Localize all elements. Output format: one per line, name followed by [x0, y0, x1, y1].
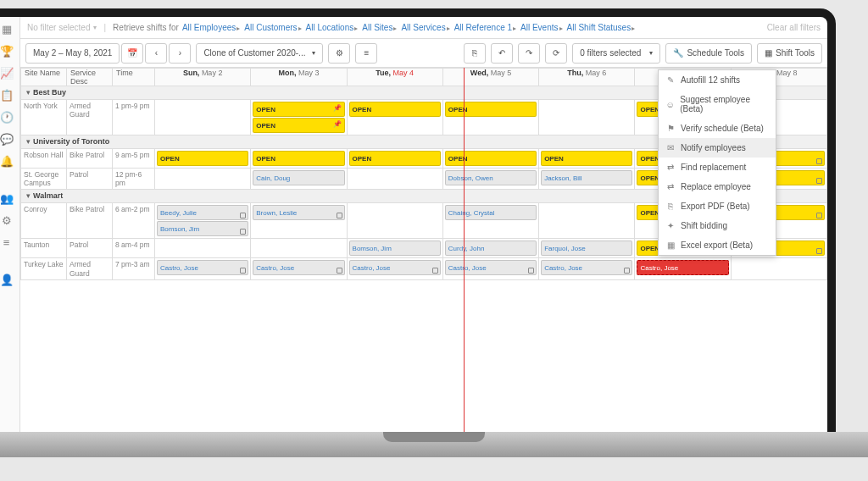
day-cell[interactable]: OPEN [347, 100, 442, 135]
shift-tools-button[interactable]: ▦Shift Tools [757, 43, 822, 64]
prev-week[interactable]: ‹ [145, 43, 167, 64]
menu-item[interactable]: ✦Shift bidding [659, 216, 776, 235]
day-cell[interactable]: Beedy, JulieBomson, Jim [155, 203, 251, 239]
day-cell[interactable]: Castro, Jose [539, 258, 635, 279]
next-week[interactable]: › [169, 43, 191, 64]
shift-block[interactable]: Bomson, Jim [349, 240, 441, 256]
menu-item[interactable]: ☺Suggest employee (Beta) [659, 90, 776, 119]
day-cell[interactable]: OPEN [539, 149, 635, 169]
shift-block[interactable]: Castro, Jose [157, 260, 248, 275]
day-cell[interactable]: Curdy, John [442, 239, 538, 258]
bell-icon[interactable]: 🔔 [0, 154, 14, 168]
day-cell[interactable] [155, 239, 251, 258]
chart-icon[interactable]: 📈 [0, 66, 14, 80]
filter-link[interactable]: All Locations [306, 23, 354, 32]
day-cell[interactable]: Farquoi, Jose [539, 239, 635, 258]
shift-block[interactable]: Cain, Doug [253, 170, 344, 185]
trophy-icon[interactable]: 🏆 [0, 44, 14, 58]
day-cell[interactable] [251, 239, 347, 258]
shift-block[interactable]: Farquoi, Jose [541, 240, 632, 256]
users-icon[interactable]: 👥 [0, 191, 14, 205]
day-cell[interactable]: Castro, Jose [155, 258, 251, 279]
day-cell[interactable]: Cain, Doug [251, 169, 347, 190]
shift-block[interactable]: OPEN [445, 102, 537, 117]
shift-block[interactable]: Beedy, Julie [157, 205, 248, 220]
day-cell[interactable] [731, 258, 826, 279]
date-range[interactable]: May 2 – May 8, 2021 [25, 43, 120, 64]
day-cell[interactable]: Castro, Jose [635, 258, 731, 279]
shift-block[interactable]: Castro, Jose [253, 260, 344, 275]
filter-link[interactable]: All Customers [244, 23, 297, 32]
shift-block[interactable]: Brown, Leslie [253, 205, 344, 220]
sliders-icon[interactable]: ≡ [355, 43, 377, 64]
day-cell[interactable]: Jackson, Bill [539, 169, 635, 190]
day-cell[interactable]: Brown, Leslie [251, 203, 347, 239]
calendar-icon[interactable]: 📅 [121, 43, 143, 64]
filter-link[interactable]: All Shift Statuses [567, 23, 632, 32]
filter-link[interactable]: All Services [401, 23, 445, 32]
day-cell[interactable]: Castro, Jose [347, 258, 442, 279]
shift-block[interactable]: OPEN📌 [253, 118, 344, 133]
undo-icon[interactable]: ↶ [491, 43, 513, 64]
day-cell[interactable] [347, 169, 442, 190]
settings-icon[interactable]: ⚙ [328, 43, 350, 64]
shift-block[interactable]: Chaing, Crystal [445, 205, 537, 220]
day-cell[interactable]: OPEN [347, 149, 442, 169]
clear-filters[interactable]: Clear all filters [767, 23, 821, 32]
view-select[interactable]: Clone of Customer 2020-...▾ [196, 43, 323, 64]
day-cell[interactable]: OPEN [442, 149, 538, 169]
menu-item[interactable]: ✎Autofill 12 shifts [659, 70, 776, 90]
shift-block[interactable]: Castro, Jose [637, 260, 728, 275]
filter-link[interactable]: All Events [520, 23, 558, 32]
list-icon[interactable]: ≡ [0, 235, 14, 249]
shift-block[interactable]: Curdy, John [445, 240, 537, 256]
shift-block[interactable]: OPEN [349, 151, 441, 166]
filter-link[interactable]: All Sites [362, 23, 392, 32]
shift-block[interactable]: OPEN [157, 151, 248, 166]
day-cell[interactable]: OPEN [251, 149, 347, 169]
menu-item[interactable]: ✉Notify employees [659, 138, 776, 158]
shift-block[interactable]: Castro, Jose [445, 260, 537, 275]
shift-block[interactable]: Bomson, Jim [157, 221, 248, 236]
day-cell[interactable] [155, 100, 251, 135]
grid-icon[interactable]: ▦ [0, 22, 14, 36]
shift-block[interactable]: Jackson, Bill [541, 170, 632, 185]
clock-icon[interactable]: 🕐 [0, 110, 14, 124]
shift-block[interactable]: OPEN📌 [253, 102, 344, 117]
menu-item[interactable]: ⎘Export PDF (Beta) [659, 196, 776, 216]
menu-item[interactable]: ⚑Verify schedule (Beta) [659, 119, 776, 138]
day-cell[interactable]: OPEN [442, 100, 538, 135]
copy-icon[interactable]: ⎘ [464, 43, 486, 64]
chat-icon[interactable]: 💬 [0, 132, 14, 146]
menu-item[interactable]: ⇄Find replacement [659, 158, 776, 177]
clipboard-icon[interactable]: 📋 [0, 88, 14, 102]
menu-item[interactable]: ▦Excel export (Beta) [659, 235, 776, 255]
filter-link[interactable]: All Employees [182, 23, 236, 32]
day-cell[interactable] [539, 203, 635, 239]
day-cell[interactable]: Dobson, Owen [442, 169, 538, 190]
day-cell[interactable]: Castro, Jose [251, 258, 347, 279]
shift-block[interactable]: OPEN [541, 151, 632, 166]
day-cell[interactable]: Chaing, Crystal [442, 203, 538, 239]
day-cell[interactable]: OPEN [155, 149, 251, 169]
shift-block[interactable]: Castro, Jose [349, 260, 441, 275]
filter-none[interactable]: No filter selected [27, 23, 90, 32]
refresh-icon[interactable]: ⟳ [545, 43, 567, 64]
user-icon[interactable]: 👤 [0, 273, 14, 286]
filter-link[interactable]: All Reference 1 [454, 23, 512, 32]
day-cell[interactable] [155, 169, 251, 190]
shift-block[interactable]: OPEN [349, 102, 441, 117]
day-cell[interactable]: Bomson, Jim [347, 239, 442, 258]
day-cell[interactable] [347, 203, 442, 239]
shift-block[interactable]: OPEN [253, 151, 344, 166]
filters-selected[interactable]: 0 filters selected▾ [572, 43, 660, 64]
redo-icon[interactable]: ↷ [518, 43, 540, 64]
day-cell[interactable]: OPEN📌OPEN📌 [251, 100, 347, 135]
shift-block[interactable]: Dobson, Owen [445, 170, 537, 185]
shift-block[interactable]: OPEN [445, 151, 537, 166]
gear-icon[interactable]: ⚙ [0, 213, 14, 227]
day-cell[interactable] [539, 100, 635, 135]
shift-block[interactable]: Castro, Jose [541, 260, 632, 275]
schedule-tools-button[interactable]: 🔧Schedule Tools [665, 43, 752, 64]
day-cell[interactable]: Castro, Jose [442, 258, 538, 279]
